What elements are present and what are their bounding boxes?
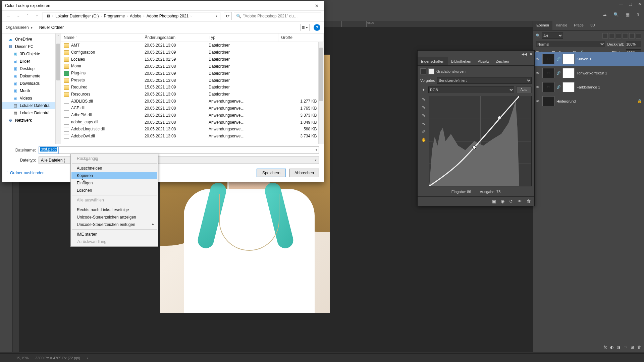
file-row[interactable]: Mona20.05.2021 13:08Dateiordner: [61, 63, 324, 70]
panel-close-icon[interactable]: ✕: [530, 52, 532, 56]
view-mode-button[interactable]: ≣ ▼: [300, 24, 310, 31]
layer-filter-icons[interactable]: [565, 33, 641, 39]
breadcrumb-seg[interactable]: Lokaler Datenträger (C:): [53, 14, 101, 18]
layer-row[interactable]: 👁Hintergrund🔒: [533, 94, 644, 108]
tree-node[interactable]: ▣Desktop: [2, 65, 61, 72]
new-layer-icon[interactable]: ⊞: [631, 345, 634, 350]
trash-icon[interactable]: 🗑: [637, 345, 641, 350]
dialog-close-icon[interactable]: ✕: [313, 2, 321, 10]
reset-icon[interactable]: ↺: [509, 199, 513, 204]
tab-kanäle[interactable]: Kanäle: [552, 21, 571, 30]
minimize-icon[interactable]: —: [619, 2, 623, 6]
tree-node[interactable]: ☁OneDrive: [2, 36, 61, 43]
search-icon[interactable]: 🔍: [613, 12, 619, 17]
tab-bibliotheken[interactable]: Bibliotheken: [448, 57, 475, 65]
tree-node[interactable]: ▤Lokaler Datenträ: [2, 109, 61, 117]
tree-node[interactable]: ▣Downloads: [2, 80, 61, 87]
file-row[interactable]: AdobeOwl.dll20.05.2021 13:08Anwendungser…: [61, 133, 324, 140]
tab-3d[interactable]: 3D: [587, 21, 598, 30]
tree-node[interactable]: ⚙Netzwerk: [2, 117, 61, 124]
file-row[interactable]: Resources20.05.2021 13:08Dateiordner: [61, 91, 324, 98]
file-row[interactable]: AdbePM.dll20.05.2021 13:08Anwendungserwe…: [61, 112, 324, 119]
file-row[interactable]: ACE.dll20.05.2021 13:08Anwendungserwe…1.…: [61, 105, 324, 112]
ctx-item[interactable]: Rechts-nach-Links-Lesefolge: [71, 206, 157, 214]
layer-row[interactable]: 👁⬚🔗Tonwertkorrektur 1: [533, 66, 644, 80]
breadcrumb-seg[interactable]: Programme: [102, 14, 127, 18]
visibility-icon[interactable]: 👁: [535, 99, 540, 103]
breadcrumb-seg[interactable]: Adobe Photoshop 2021: [145, 14, 191, 18]
tree-node[interactable]: 🖥Dieser PC: [2, 43, 61, 50]
visibility-icon[interactable]: 👁: [535, 57, 540, 61]
group-icon[interactable]: ▭: [624, 345, 627, 350]
share-icon[interactable]: ⇪: [636, 12, 640, 17]
filename-dropdown[interactable]: ▾: [59, 146, 319, 154]
tree-node[interactable]: ▣Bilder: [2, 58, 61, 65]
search-input[interactable]: 🔍 "Adobe Photoshop 2021" du…: [234, 12, 321, 20]
tree-node[interactable]: ▤Lokaler Datenträ: [2, 102, 61, 109]
visibility-icon[interactable]: 👁: [535, 71, 540, 75]
ctx-item[interactable]: Unicode-Steuerzeichen anzeigen: [71, 214, 157, 221]
eyedrop-gray-icon[interactable]: ✎: [422, 105, 425, 110]
list-scrollbar[interactable]: ˄˅: [318, 42, 324, 144]
fx-icon[interactable]: fx: [604, 345, 607, 350]
tree-node[interactable]: ▣Musik: [2, 87, 61, 95]
sampler-icon[interactable]: ✦: [420, 88, 426, 92]
ctx-item[interactable]: Unicode-Steuerzeichen einfügen: [71, 221, 157, 228]
layer-row[interactable]: 👁⬚🔗Farbbalance 1: [533, 80, 644, 94]
status-chevron-icon[interactable]: ›: [87, 356, 88, 360]
tab-ebenen[interactable]: Ebenen: [533, 21, 552, 30]
mask-icon[interactable]: ◐: [610, 345, 613, 350]
filename-input[interactable]: test.psdc: [39, 146, 59, 154]
ctx-item[interactable]: Kopieren: [71, 172, 157, 179]
curve-hand-icon[interactable]: ✋: [421, 137, 426, 142]
layer-row[interactable]: 👁⬚🔗Kurven 1: [533, 52, 644, 66]
new-folder-button[interactable]: Neuer Ordner: [39, 25, 64, 30]
column-header[interactable]: Typ: [206, 34, 278, 42]
tab-absatz[interactable]: Absatz: [475, 57, 493, 65]
file-row[interactable]: Required15.05.2021 13:09Dateiordner: [61, 84, 324, 91]
view-prev-icon[interactable]: ◉: [501, 199, 504, 204]
nav-up-icon[interactable]: ↑: [33, 14, 41, 18]
tree-node[interactable]: ▣Videos: [2, 95, 61, 102]
file-row[interactable]: AdobeLinguistic.dll20.05.2021 13:08Anwen…: [61, 126, 324, 133]
folder-tree[interactable]: ☁OneDrive🖥Dieser PC▣3D-Objekte▣Bilder▣De…: [2, 34, 61, 144]
workspace-icon[interactable]: ▦: [626, 12, 630, 17]
file-row[interactable]: Presets20.05.2021 13:08Dateiordner: [61, 77, 324, 84]
save-button[interactable]: Speichern: [257, 169, 286, 177]
file-row[interactable]: Locales15.05.2021 02:59Dateiordner: [61, 56, 324, 63]
file-row[interactable]: Configuration20.05.2021 13:09Dateiordner: [61, 49, 324, 56]
close-icon[interactable]: ✕: [637, 2, 642, 6]
organize-menu[interactable]: Organisieren▼: [6, 25, 33, 30]
maximize-icon[interactable]: ▢: [628, 2, 633, 6]
refresh-icon[interactable]: ⟳: [224, 12, 232, 20]
cancel-button[interactable]: Abbrechen: [289, 169, 319, 177]
hide-folders-toggle[interactable]: ˄ Ordner ausblenden: [7, 171, 45, 175]
tree-scrollbar[interactable]: ˄˅: [55, 34, 61, 144]
file-row[interactable]: adobe_caps.dll20.05.2021 13:08Anwendungs…: [61, 119, 324, 126]
adjust-icon[interactable]: ◑: [617, 345, 620, 350]
ctx-item[interactable]: Einfügen: [71, 179, 157, 187]
eyedrop-white-icon[interactable]: ✎: [422, 113, 425, 118]
tree-node[interactable]: ▣Dokumente: [2, 72, 61, 80]
help-icon[interactable]: ?: [314, 24, 320, 31]
column-header[interactable]: Größe: [278, 34, 323, 42]
channel-select[interactable]: RGB: [428, 86, 514, 93]
column-header[interactable]: Änderungsdatum: [142, 34, 206, 42]
opacity-input[interactable]: [626, 41, 641, 47]
panel-collapse-icon[interactable]: ◀◀: [522, 52, 527, 56]
eyedrop-black-icon[interactable]: ✎: [422, 97, 425, 102]
column-header[interactable]: Name: [61, 34, 142, 42]
clip-icon[interactable]: ▣: [492, 199, 496, 204]
breadcrumb-seg[interactable]: Adobe: [128, 14, 144, 18]
toggle-vis-icon[interactable]: 👁: [518, 199, 522, 204]
curve-point-icon[interactable]: ∿: [422, 121, 425, 126]
tab-eigenschaften[interactable]: Eigenschaften: [418, 57, 448, 65]
nav-recent-icon[interactable]: ˅: [24, 14, 31, 18]
blend-mode-select[interactable]: Normal: [536, 41, 605, 47]
nav-back-icon[interactable]: ←: [5, 14, 12, 18]
file-list[interactable]: NameÄnderungsdatumTypGröße AMT20.05.2021…: [61, 34, 324, 144]
black-point-slider[interactable]: ▲: [429, 185, 431, 186]
file-row[interactable]: A3DLIBS.dll20.05.2021 13:08Anwendungserw…: [61, 98, 324, 105]
tab-zeichen[interactable]: Zeichen: [492, 57, 512, 65]
layer-filter-kind[interactable]: Art: [542, 33, 563, 39]
